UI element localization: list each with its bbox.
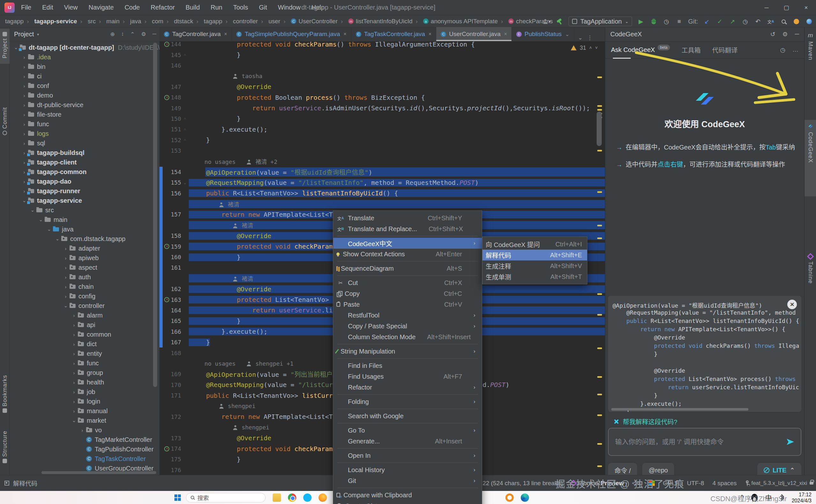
override-marker-icon[interactable]: [164, 233, 169, 238]
tree-item[interactable]: › tagapp-dao: [10, 177, 159, 186]
menu-window[interactable]: Window: [278, 4, 301, 11]
editor-tab[interactable]: C TagSimplePublishQueryParam.java ×: [232, 27, 351, 41]
stripe-tab-project[interactable]: Project: [0, 29, 10, 64]
tree-expand-icon[interactable]: ›: [62, 265, 70, 270]
editor-line[interactable]: 148 protected Boolean process() throws B…: [159, 92, 605, 103]
tree-item[interactable]: › manual: [10, 406, 159, 416]
override-marker-icon[interactable]: [164, 287, 169, 292]
tree-expand-icon[interactable]: ›: [62, 284, 70, 289]
tree-expand-icon[interactable]: ›: [62, 255, 70, 261]
breadcrumb-item[interactable]: tagapp: [5, 18, 24, 25]
menu-item[interactable]: SequenceDiagram Alt+S: [333, 263, 482, 274]
snippet-close-icon[interactable]: ✕: [787, 300, 797, 309]
override-marker-icon[interactable]: [164, 393, 169, 398]
taskbar-clock[interactable]: 17:12 2024/4/3: [792, 492, 812, 504]
override-marker-icon[interactable]: [164, 457, 169, 462]
tree-expand-icon[interactable]: ⌄: [45, 226, 53, 232]
override-marker-icon[interactable]: [164, 382, 169, 387]
fold-marker-icon[interactable]: ⌄: [182, 180, 187, 185]
tab-close-icon[interactable]: ×: [429, 31, 431, 37]
override-marker-icon[interactable]: [164, 95, 169, 100]
override-marker-icon[interactable]: [175, 74, 180, 79]
git-commit-icon[interactable]: ✓: [716, 17, 724, 26]
tree-expand-icon[interactable]: ›: [70, 389, 78, 395]
tree-expand-icon[interactable]: ›: [20, 74, 28, 79]
coverage-button[interactable]: ◷: [663, 17, 670, 26]
tree-item[interactable]: › group: [10, 368, 159, 377]
collapse-all-icon[interactable]: ⌃: [130, 31, 135, 38]
stripe-tab-maven[interactable]: m Maven: [805, 30, 816, 78]
status-window-icon[interactable]: [4, 481, 9, 486]
tree-item[interactable]: › chain: [10, 282, 159, 291]
override-marker-icon[interactable]: [164, 42, 169, 47]
menu-item[interactable]: Show Context Actions Alt+Enter: [333, 249, 482, 259]
menu-item[interactable]: Find in Files: [333, 360, 482, 371]
build-hammer-icon[interactable]: [556, 17, 563, 26]
submenu-item[interactable]: 生成单测 Alt+Shift+T: [482, 271, 587, 282]
tree-expand-icon[interactable]: ›: [70, 341, 78, 347]
tree-expand-icon[interactable]: ›: [78, 427, 86, 433]
tree-item[interactable]: › login: [10, 397, 159, 406]
editor-line[interactable]: 156 public R<List<TenantVo>> listTenantI…: [159, 188, 605, 198]
menu-git[interactable]: Git: [259, 4, 267, 11]
editor-scrollbar-thumb[interactable]: [597, 112, 602, 146]
breadcrumb-item[interactable]: m listTenantInfoByUicId: [338, 18, 413, 25]
override-marker-icon[interactable]: [164, 414, 169, 419]
tree-item[interactable]: › conf: [10, 81, 159, 91]
chrome-icon[interactable]: [288, 493, 296, 502]
editor-tab[interactable]: C UserController.java ×: [436, 27, 512, 41]
tree-expand-icon[interactable]: ⌄: [29, 207, 36, 213]
breadcrumb-item[interactable]: user: [258, 18, 280, 25]
hidden-tabs-chevron-icon[interactable]: ⌄: [578, 34, 583, 41]
editor-line[interactable]: 152 ˄ }: [159, 135, 605, 145]
override-marker-icon[interactable]: [175, 276, 180, 281]
tree-item[interactable]: › ci: [10, 71, 159, 81]
codegeex-question-input[interactable]: [615, 438, 786, 446]
override-marker-icon[interactable]: [164, 63, 169, 68]
history-icon[interactable]: ◷: [780, 46, 785, 54]
tab-close-icon[interactable]: ×: [504, 31, 507, 37]
ide-sphere-icon[interactable]: [805, 17, 813, 26]
tree-expand-icon[interactable]: ›: [20, 83, 28, 89]
menu-build[interactable]: Build: [186, 4, 200, 11]
tree-item[interactable]: ⌄ controller: [10, 301, 159, 310]
editor-line[interactable]: 151 ˄ }.execute();: [159, 124, 605, 135]
settings-gear-icon[interactable]: ⚙: [141, 31, 146, 38]
override-marker-icon[interactable]: [164, 212, 169, 217]
menu-item[interactable]: Translate and Replace... Ctrl+Shift+X: [333, 223, 482, 234]
breadcrumb-item[interactable]: java: [120, 18, 141, 25]
menu-item[interactable]: Translate Ctrl+Shift+Y: [333, 213, 482, 223]
editor-line[interactable]: 153: [159, 145, 605, 156]
override-marker-icon[interactable]: [164, 52, 169, 57]
menu-item[interactable]: Git ›: [333, 475, 482, 486]
menu-item[interactable]: Open In ›: [333, 450, 482, 461]
menu-code[interactable]: Code: [125, 4, 140, 11]
editor-line[interactable]: 154 @ApiOperation(value = "根据uidId查询租户信息…: [159, 167, 605, 177]
git-update-icon[interactable]: ↙: [703, 17, 711, 26]
fold-marker-icon[interactable]: ˄: [182, 52, 187, 57]
tree-item[interactable]: ⌄ com.dtstack.tagapp: [10, 234, 159, 244]
tree-expand-icon[interactable]: ›: [70, 380, 78, 385]
tab-code-translate[interactable]: 代码翻译: [712, 41, 738, 59]
tree-item[interactable]: › alarm: [10, 310, 159, 320]
override-marker-icon[interactable]: [164, 116, 169, 121]
panel-gear-icon[interactable]: ⚙: [782, 31, 788, 38]
tree-expand-icon[interactable]: ›: [70, 361, 78, 366]
tree-item[interactable]: ⌄ tagapp-service: [10, 196, 159, 205]
tree-expand-icon[interactable]: ›: [70, 313, 78, 318]
tree-expand-icon[interactable]: ›: [20, 102, 28, 108]
submenu-item[interactable]: 生成注释 Alt+Shift+V: [482, 260, 587, 271]
explorer-icon[interactable]: [273, 493, 281, 502]
breadcrumb-item[interactable]: tagapp-service: [24, 18, 77, 25]
breadcrumb-item[interactable]: main: [96, 18, 120, 25]
browser-360-icon[interactable]: [505, 493, 514, 502]
tree-item[interactable]: › api: [10, 320, 159, 330]
close-button[interactable]: ×: [796, 0, 816, 15]
stripe-tab-bookmarks[interactable]: Bookmarks: [0, 375, 10, 423]
editor-line[interactable]: 149 return userService.isAdminUser(Secur…: [159, 103, 605, 113]
tree-item[interactable]: ⌄ dt-tagapp [dt-center-tagapp] D:\study\…: [10, 43, 159, 52]
tree-item[interactable]: TagTaskController: [10, 454, 159, 464]
minimize-button[interactable]: ─: [757, 0, 776, 15]
editor-line[interactable]: 144 protected void checkParams() throws …: [159, 41, 605, 49]
menu-item[interactable]: Folding ›: [333, 396, 482, 407]
